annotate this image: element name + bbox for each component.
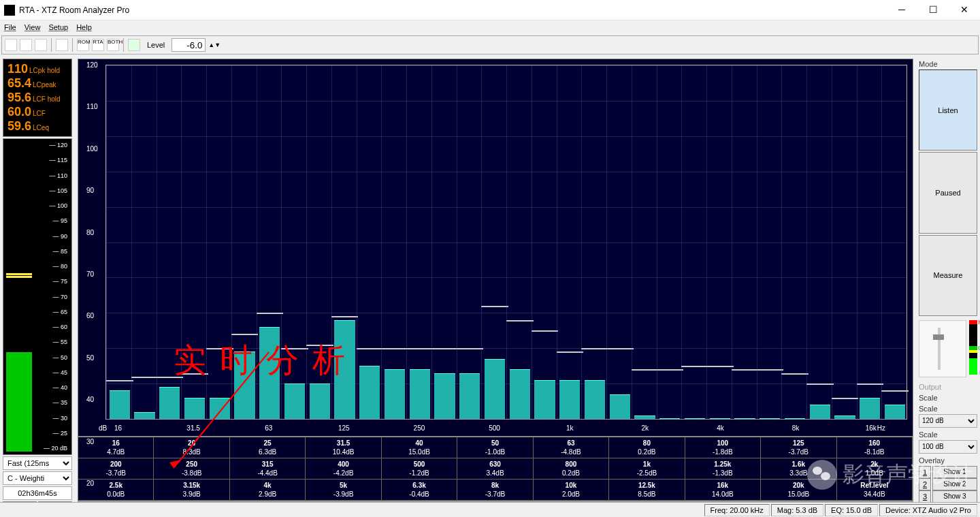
open-icon[interactable] [20, 39, 32, 51]
peak-hold-mark [257, 313, 284, 314]
measure-button[interactable]: Measure [919, 235, 977, 316]
weighting-select[interactable]: C - Weighti [3, 471, 72, 485]
eq-cell: 50-1.0dB [457, 437, 533, 458]
overlay-slot-2[interactable]: 2 [919, 478, 931, 490]
menu-help[interactable]: Help [76, 23, 92, 31]
mode-rom-button[interactable]: ROM [77, 39, 89, 51]
status-freq: Freq: 20.00 kHz [704, 504, 770, 516]
listen-button[interactable]: Listen [919, 69, 977, 151]
eq-cell: 20k15.0dB [761, 480, 836, 500]
eq-cell: 1.25k-1.3dB [685, 458, 761, 479]
paused-button[interactable]: Paused [919, 152, 977, 233]
maximize-button[interactable]: ☐ [917, 0, 949, 20]
new-icon[interactable] [5, 39, 17, 51]
eq-cell: Ref.level34.4dB [837, 480, 913, 500]
eq-cell: 500-1.2dB [382, 458, 457, 479]
overlay-show-3[interactable]: Show 3 [932, 490, 977, 503]
save-icon[interactable] [35, 39, 47, 51]
peak-hold-mark [406, 348, 434, 349]
output-label: Output [919, 383, 977, 391]
output-slider[interactable] [919, 320, 966, 377]
status-mag: Mag: 5.3 dB [771, 504, 823, 516]
print-icon[interactable] [56, 39, 68, 51]
peak-hold-mark [681, 366, 708, 367]
rta-bar [610, 394, 630, 419]
peak-hold-mark [881, 390, 909, 392]
peak-hold-mark [732, 369, 759, 371]
rta-bar [834, 416, 855, 419]
peak-hold-mark [581, 348, 608, 349]
rta-bar [785, 418, 805, 419]
rta-bar [385, 369, 405, 419]
peak-hold-mark [557, 351, 584, 353]
scale2-label: Scale [919, 430, 977, 439]
rta-bar [210, 398, 230, 419]
eq-cell: 8k-3.7dB [457, 480, 533, 500]
eq-cell: 208.3dB [154, 437, 229, 458]
overlay-show-2[interactable]: Show 2 [932, 478, 977, 490]
eq-cell: 2k1.0dB [837, 458, 913, 479]
peak-hold-mark [381, 348, 408, 349]
eq-cell: 4k2.9dB [230, 480, 306, 500]
peak-hold-mark [781, 373, 808, 375]
peak-hold-mark [331, 316, 359, 317]
play-icon[interactable] [128, 39, 140, 51]
level-input[interactable] [172, 38, 206, 52]
overlay-show-1[interactable]: Show 1 [932, 466, 977, 478]
peak-hold-mark [357, 348, 384, 349]
rta-bar [134, 412, 154, 419]
eq-cell: 200-3.7dB [78, 458, 154, 479]
peak-hold-mark [281, 348, 308, 349]
mode-both-button[interactable]: BOTH [107, 39, 119, 51]
eq-cell: 4015.0dB [382, 437, 457, 458]
window-title: RTA - XTZ Room Analyzer Pro [19, 5, 886, 15]
status-eq: EQ: 15.0 dB [825, 504, 878, 516]
rta-bar [359, 366, 380, 419]
rta-bar [760, 418, 780, 419]
peak-hold-mark [506, 320, 534, 322]
eq-cell: 6.3k-0.4dB [382, 480, 457, 500]
scale-section-label: Scale [919, 394, 977, 402]
menu-file[interactable]: File [4, 23, 16, 31]
level-meter: — 120— 115— 110— 105— 100— 95— 90— 85— 8… [3, 138, 72, 455]
rta-chart: 2030405060708090100110120 1631.563125250… [78, 59, 913, 437]
scale2-select[interactable]: 100 dB [919, 440, 977, 454]
eq-cell: 8000.2dB [534, 458, 609, 479]
rta-bar [110, 390, 130, 419]
rta-bar [510, 369, 530, 419]
rta-bar [485, 359, 505, 419]
peak-hold-mark [306, 345, 333, 346]
mini-level-meter: H G L [969, 320, 977, 375]
mode-rta-button[interactable]: RTA [92, 39, 104, 51]
peak-hold-mark [457, 348, 484, 349]
eq-cell: 1.6k3.3dB [761, 458, 836, 479]
peak-hold-mark [857, 383, 884, 385]
meter-bar [6, 142, 32, 452]
peak-hold-mark [157, 377, 184, 378]
peak-hold-mark [231, 334, 259, 335]
scale1-select[interactable]: 120 dB [919, 414, 977, 428]
eq-cell: 100-1.8dB [685, 437, 761, 458]
rta-bar [534, 380, 555, 419]
close-button[interactable]: ✕ [949, 0, 980, 20]
status-device: Device: XTZ Audio v2 Pro [879, 504, 977, 516]
rta-bar [184, 398, 205, 419]
level-readouts: 110LCpk hold65.4LCpeak95.6LCF hold60.0LC… [3, 59, 72, 137]
peak-hold-mark [431, 348, 459, 349]
level-label: Level [147, 41, 165, 49]
peak-hold-mark [832, 398, 859, 399]
menu-setup[interactable]: Setup [48, 23, 68, 31]
peak-hold-mark [706, 366, 734, 367]
minimize-button[interactable]: ─ [886, 0, 917, 20]
eq-cell: 250-3.8dB [154, 458, 229, 479]
menu-view[interactable]: View [24, 23, 41, 31]
eq-cell: 315-4.4dB [230, 458, 306, 479]
eq-cell: 10k2.0dB [534, 480, 609, 500]
eq-cell: 256.3dB [230, 437, 306, 458]
peak-hold-mark [106, 380, 133, 381]
overlay-slot-1[interactable]: 1 [919, 466, 931, 478]
speed-select[interactable]: Fast (125ms [3, 456, 72, 470]
rta-bar [634, 416, 655, 419]
overlay-slot-3[interactable]: 3 [919, 490, 931, 503]
rta-bar [860, 398, 880, 419]
